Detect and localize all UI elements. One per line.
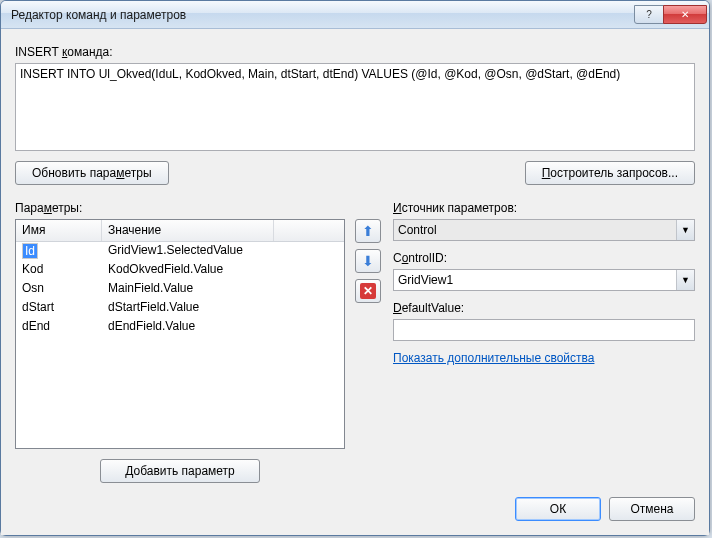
parameters-column: Параметры: Имя Значение Id GridView1.Sel… (15, 197, 345, 483)
table-row[interactable]: Id GridView1.SelectedValue (16, 242, 344, 261)
help-button[interactable]: ? (634, 5, 664, 24)
param-name-cell[interactable]: Kod (16, 261, 102, 280)
delete-button[interactable]: ✕ (355, 279, 381, 303)
add-parameter-row: Добавить параметр (15, 459, 345, 483)
combo-value: Control (398, 223, 676, 237)
table-row[interactable]: dStart dStartField.Value (16, 299, 344, 318)
param-value-cell[interactable]: dEndField.Value (102, 318, 344, 337)
param-value-cell[interactable]: dStartField.Value (102, 299, 344, 318)
combo-value: GridView1 (398, 273, 676, 287)
param-name-cell[interactable]: dStart (16, 299, 102, 318)
parameters-grid[interactable]: Имя Значение Id GridView1.SelectedValue … (15, 219, 345, 449)
sql-command-textarea[interactable]: INSERT INTO Ul_Okved(IduL, KodOkved, Mai… (15, 63, 695, 151)
table-row[interactable]: Osn MainField.Value (16, 280, 344, 299)
close-icon: ✕ (681, 9, 689, 20)
window-title: Редактор команд и параметров (11, 8, 635, 22)
titlebar[interactable]: Редактор команд и параметров ? ✕ (1, 1, 709, 29)
cancel-button[interactable]: Отмена (609, 497, 695, 521)
dialog-content: INSERT команда: INSERT INTO Ul_Okved(Idu… (1, 29, 709, 535)
query-builder-button[interactable]: Построитель запросов... (525, 161, 695, 185)
add-parameter-button[interactable]: Добавить параметр (100, 459, 260, 483)
ok-button[interactable]: ОК (515, 497, 601, 521)
reorder-buttons-column: ⬆ ⬇ ✕ (355, 197, 383, 483)
param-name-cell[interactable]: Id (16, 242, 102, 261)
parameters-label: Параметры: (15, 201, 345, 215)
param-name-cell[interactable]: dEnd (16, 318, 102, 337)
dialog-footer: ОК Отмена (15, 497, 695, 521)
close-button[interactable]: ✕ (663, 5, 707, 24)
delete-icon: ✕ (360, 283, 376, 299)
refresh-parameters-button[interactable]: Обновить параметры (15, 161, 169, 185)
help-icon: ? (646, 9, 652, 20)
grid-header-name[interactable]: Имя (16, 220, 102, 241)
table-row[interactable]: Kod KodOkvedField.Value (16, 261, 344, 280)
parameter-source-column: Источник параметров: Control ▼ ControlID… (393, 197, 695, 483)
insert-command-label: INSERT команда: (15, 45, 695, 59)
show-advanced-link[interactable]: Показать дополнительные свойства (393, 351, 695, 365)
move-up-button[interactable]: ⬆ (355, 219, 381, 243)
param-value-cell[interactable]: GridView1.SelectedValue (102, 242, 344, 261)
parameter-source-combo[interactable]: Control ▼ (393, 219, 695, 241)
controlid-label: ControlID: (393, 251, 695, 265)
grid-header-spacer (274, 220, 344, 241)
middle-section: Параметры: Имя Значение Id GridView1.Sel… (15, 197, 695, 483)
controlid-combo[interactable]: GridView1 ▼ (393, 269, 695, 291)
chevron-down-icon: ▼ (676, 270, 694, 290)
defaultvalue-label: DefaultValue: (393, 301, 695, 315)
defaultvalue-input[interactable] (393, 319, 695, 341)
param-value-cell[interactable]: MainField.Value (102, 280, 344, 299)
command-buttons-row: Обновить параметры Построитель запросов.… (15, 161, 695, 185)
chevron-down-icon: ▼ (676, 220, 694, 240)
titlebar-buttons: ? ✕ (635, 5, 707, 24)
arrow-up-icon: ⬆ (362, 223, 374, 239)
table-row[interactable]: dEnd dEndField.Value (16, 318, 344, 337)
arrow-down-icon: ⬇ (362, 253, 374, 269)
grid-header: Имя Значение (16, 220, 344, 242)
grid-body: Id GridView1.SelectedValue Kod KodOkvedF… (16, 242, 344, 337)
grid-header-value[interactable]: Значение (102, 220, 274, 241)
param-name-cell[interactable]: Osn (16, 280, 102, 299)
move-down-button[interactable]: ⬇ (355, 249, 381, 273)
param-value-cell[interactable]: KodOkvedField.Value (102, 261, 344, 280)
dialog-window: Редактор команд и параметров ? ✕ INSERT … (0, 0, 710, 536)
parameter-source-label: Источник параметров: (393, 201, 695, 215)
